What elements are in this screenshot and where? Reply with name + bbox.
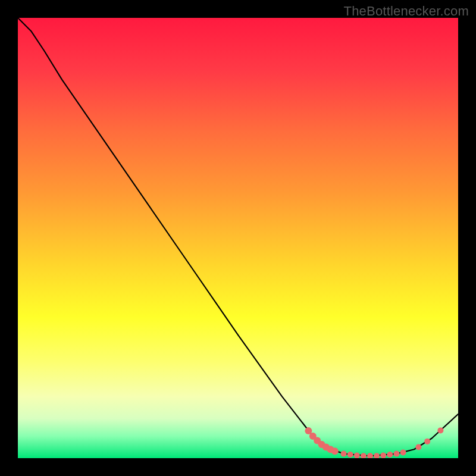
marker-point [424, 439, 430, 444]
chart-svg [18, 18, 458, 458]
marker-point [437, 427, 443, 433]
plot-area [18, 18, 458, 458]
marker-point [393, 451, 399, 457]
marker-point [347, 452, 353, 458]
marker-point [415, 444, 421, 450]
attribution-text: TheBottlenecker.com [344, 4, 469, 19]
marker-point [400, 449, 406, 455]
marker-point [341, 451, 347, 457]
marker-point [331, 447, 339, 455]
gradient-background [18, 18, 458, 458]
chart-container: TheBottlenecker.com [0, 0, 476, 476]
marker-point [387, 452, 393, 458]
